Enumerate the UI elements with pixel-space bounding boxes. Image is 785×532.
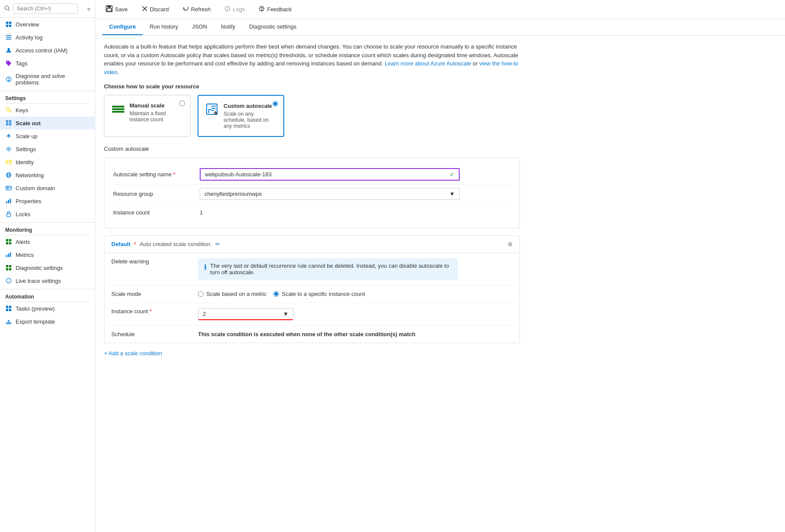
scale-options: Manual scale Maintain a fixed instance c… (104, 95, 776, 137)
svg-rect-48 (6, 268, 8, 270)
custom-scale-title: Custom autoscale (224, 103, 276, 109)
schedule-label: Schedule (111, 331, 198, 337)
sidebar-item-label: Metrics (16, 252, 34, 258)
schedule-text: This scale condition is executed when no… (198, 331, 415, 337)
form-section: Autoscale setting name * webpubsub-Autos… (104, 157, 520, 228)
search-input[interactable] (13, 3, 78, 14)
main-content: Save Discard Refresh Logs Feedback (95, 0, 785, 532)
search-icon (4, 5, 10, 13)
sidebar-item-diagnostic-settings[interactable]: Diagnostic settings (0, 261, 95, 274)
feedback-button[interactable]: Feedback (255, 4, 295, 15)
svg-point-14 (6, 108, 10, 111)
sidebar-item-overview[interactable]: Overview (0, 18, 95, 31)
sidebar-item-scale-out[interactable]: Scale out (0, 117, 95, 130)
sidebar-item-scale-up[interactable]: Scale up (0, 130, 95, 143)
svg-rect-18 (9, 120, 11, 122)
add-scale-condition[interactable]: + Add a scale condition (104, 350, 776, 357)
description-text: Autoscale is a built-in feature that hel… (104, 42, 520, 76)
refresh-label: Refresh (191, 6, 211, 13)
svg-rect-8 (6, 39, 11, 40)
condition-instance-value: 2 ▼ (198, 308, 513, 320)
svg-rect-5 (9, 25, 11, 27)
sidebar-item-custom-domain[interactable]: Custom domain (0, 182, 95, 195)
collapse-button[interactable]: « (87, 5, 91, 12)
custom-scale-desc: Scale on any schedule, based on any metr… (224, 111, 276, 129)
chevron-down-icon: ▼ (449, 191, 455, 197)
chevron-down-icon: ▼ (283, 311, 289, 317)
auto-created-label: Auto created scale condition (139, 241, 210, 247)
instance-count-dropdown[interactable]: 2 ▼ (198, 308, 293, 320)
sidebar-item-properties[interactable]: Properties (0, 195, 95, 208)
svg-point-50 (6, 279, 11, 283)
svg-rect-2 (6, 22, 8, 24)
sidebar-item-settings[interactable]: Settings (0, 143, 95, 156)
tab-json[interactable]: JSON (185, 19, 214, 35)
delete-icon[interactable]: ⊘ (508, 241, 513, 247)
custom-autoscale-card[interactable]: Custom autoscale Scale on any schedule, … (198, 95, 284, 137)
save-label: Save (115, 6, 128, 13)
tab-notify[interactable]: Notify (214, 19, 242, 35)
svg-rect-40 (9, 239, 11, 241)
sidebar-item-locks[interactable]: Locks (0, 208, 95, 221)
svg-rect-49 (9, 268, 11, 270)
manual-scale-card[interactable]: Manual scale Maintain a fixed instance c… (104, 95, 191, 137)
scale-instance-option[interactable]: Scale to a specific instance count (273, 291, 365, 297)
sidebar-item-keys[interactable]: Keys (0, 104, 95, 117)
manual-scale-desc: Maintain a fixed instance count (130, 110, 183, 123)
delete-warning-row: Delete warning ℹ The very last or defaul… (111, 253, 513, 285)
edit-icon[interactable]: ✏ (215, 241, 220, 247)
save-button[interactable]: Save (102, 3, 131, 15)
list-icon (5, 34, 12, 41)
svg-rect-68 (112, 108, 124, 110)
scale-metric-option[interactable]: Scale based on a metric (198, 291, 266, 297)
learn-more-link[interactable]: Learn more about Azure Autoscale (385, 60, 471, 67)
discard-label: Discard (150, 6, 169, 13)
scale-section-title: Choose how to scale your resource (104, 83, 776, 90)
discard-button[interactable]: Discard (138, 4, 172, 15)
refresh-icon (183, 6, 189, 13)
svg-point-26 (7, 161, 9, 163)
sidebar-item-networking[interactable]: Networking (0, 169, 95, 182)
svg-point-66 (262, 10, 262, 10)
resource-group-dropdown[interactable]: chenyltestpremiumwps ▼ (200, 188, 460, 200)
sidebar-item-label: Locks (16, 211, 30, 217)
refresh-button[interactable]: Refresh (179, 4, 214, 15)
autoscale-name-input[interactable]: webpubsub-Autoscale-183 ✓ (200, 168, 460, 181)
tab-diagnostic-settings[interactable]: Diagnostic settings (242, 19, 303, 35)
sidebar-item-tasks[interactable]: Tasks (preview) (0, 302, 95, 315)
arrow-up-icon (5, 133, 12, 139)
condition-instance-label: Instance count * (111, 308, 198, 315)
diagnostic-icon (5, 264, 12, 271)
svg-rect-35 (6, 201, 7, 203)
logs-button[interactable]: Logs (221, 4, 248, 15)
condition-required: * (134, 241, 136, 247)
svg-rect-69 (112, 111, 124, 113)
sidebar-item-export-template[interactable]: Export template (0, 315, 95, 328)
sidebar-item-label: Tags (16, 60, 27, 67)
sidebar-item-access-control[interactable]: Access control (IAM) (0, 44, 95, 57)
sidebar-item-tags[interactable]: Tags (0, 57, 95, 70)
svg-point-9 (7, 48, 10, 50)
tab-run-history[interactable]: Run history (143, 19, 185, 35)
domain-icon (5, 185, 12, 191)
instance-count-row: Instance count 1 (113, 204, 511, 221)
sidebar-item-label: Diagnose and solve problems (16, 73, 90, 86)
tasks-icon (5, 305, 12, 312)
sidebar-item-label: Tasks (preview) (16, 305, 55, 312)
sidebar-item-activity-log[interactable]: Activity log (0, 31, 95, 44)
delete-warning-content: ℹ The very last or default recurrence ru… (198, 258, 513, 280)
sidebar-item-diagnose[interactable]: Diagnose and solve problems (0, 70, 95, 89)
sidebar-item-metrics[interactable]: Metrics (0, 248, 95, 261)
sidebar-item-alerts[interactable]: Alerts (0, 235, 95, 248)
sidebar-item-label: Networking (16, 172, 44, 178)
svg-rect-67 (112, 106, 124, 107)
svg-rect-36 (8, 200, 9, 203)
manual-scale-icon (111, 102, 125, 116)
circle-icon (5, 277, 12, 284)
scale-mode-label: Scale mode (111, 291, 198, 297)
sidebar-item-identity[interactable]: Identity (0, 156, 95, 169)
manual-scale-radio[interactable] (179, 101, 185, 107)
sidebar-item-live-trace[interactable]: Live trace settings (0, 274, 95, 287)
tab-configure[interactable]: Configure (102, 19, 143, 35)
custom-scale-radio[interactable] (272, 101, 278, 108)
